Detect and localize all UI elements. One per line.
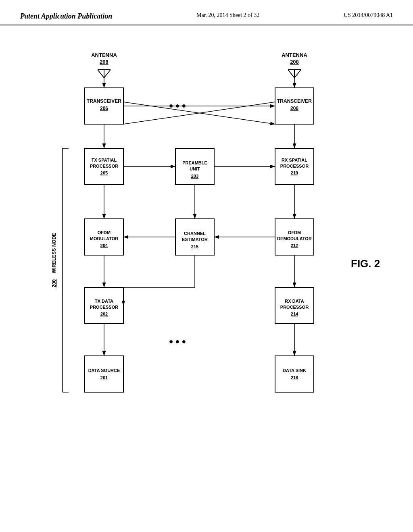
svg-text:DATA SINK: DATA SINK — [283, 368, 306, 373]
svg-text:201: 201 — [100, 375, 108, 380]
svg-text:OFDM: OFDM — [98, 230, 111, 235]
patent-diagram: ANTENNA 208 TRANSCEIVER 206 ● ● ● TX SPA… — [0, 25, 413, 509]
svg-text:PROCESSOR: PROCESSOR — [90, 164, 118, 168]
svg-text:TX SPATIAL: TX SPATIAL — [92, 158, 117, 162]
svg-text:ESTIMATOR: ESTIMATOR — [182, 237, 208, 242]
svg-text:MODULATOR: MODULATOR — [90, 236, 119, 241]
page-header: Patent Application Publication Mar. 20, … — [0, 0, 413, 25]
svg-text:200: 200 — [51, 279, 57, 287]
svg-text:UNIT: UNIT — [190, 166, 200, 171]
svg-text:WIRELESS NODE: WIRELESS NODE — [51, 233, 57, 274]
svg-line-28 — [288, 70, 294, 78]
svg-text:206: 206 — [290, 106, 298, 111]
svg-text:203: 203 — [191, 174, 198, 179]
svg-text:DEMODULATOR: DEMODULATOR — [277, 236, 312, 241]
svg-text:TRANSCEIVER: TRANSCEIVER — [87, 98, 121, 104]
publication-title: Patent Application Publication — [20, 12, 112, 21]
svg-text:PREAMBLE: PREAMBLE — [182, 160, 207, 165]
patent-number: US 2014/0079048 A1 — [344, 12, 393, 19]
antenna-right-label: ANTENNA — [282, 52, 307, 58]
data-source-block — [85, 356, 123, 392]
data-sink-block — [275, 356, 314, 392]
svg-text:RX DATA: RX DATA — [285, 299, 304, 303]
svg-text:210: 210 — [291, 170, 298, 175]
svg-text:CHANNEL: CHANNEL — [184, 231, 206, 236]
svg-line-4 — [98, 70, 104, 78]
svg-text:●   ●   ●: ● ● ● — [169, 337, 186, 345]
svg-text:215: 215 — [191, 244, 198, 249]
svg-text:204: 204 — [100, 243, 108, 248]
svg-text:218: 218 — [291, 375, 298, 380]
antenna-left-label: ANTENNA — [91, 52, 117, 58]
sheet-info: Mar. 20, 2014 Sheet 2 of 32 — [196, 12, 259, 19]
svg-text:DATA SOURCE: DATA SOURCE — [88, 368, 120, 373]
svg-line-5 — [104, 70, 111, 78]
svg-text:TX DATA: TX DATA — [95, 299, 113, 303]
svg-text:TRANSCEIVER: TRANSCEIVER — [277, 98, 312, 104]
fig-label: FIG. 2 — [351, 258, 380, 270]
svg-text:PROCESSOR: PROCESSOR — [280, 305, 309, 310]
svg-text:202: 202 — [100, 312, 108, 316]
svg-text:OFDM: OFDM — [288, 230, 301, 235]
svg-text:PROCESSOR: PROCESSOR — [280, 164, 309, 168]
antenna-right-number: 208 — [290, 59, 299, 65]
svg-text:●   ●   ●: ● ● ● — [169, 102, 186, 110]
svg-text:214: 214 — [291, 312, 298, 316]
svg-text:212: 212 — [291, 243, 298, 248]
svg-text:206: 206 — [100, 106, 108, 111]
diagram-area: ANTENNA 208 TRANSCEIVER 206 ● ● ● TX SPA… — [0, 25, 413, 509]
svg-text:RX SPATIAL: RX SPATIAL — [282, 158, 307, 162]
svg-line-29 — [294, 70, 301, 78]
svg-text:PROCESSOR: PROCESSOR — [90, 305, 118, 310]
svg-text:205: 205 — [100, 170, 108, 175]
antenna-left-number: 208 — [100, 59, 108, 65]
